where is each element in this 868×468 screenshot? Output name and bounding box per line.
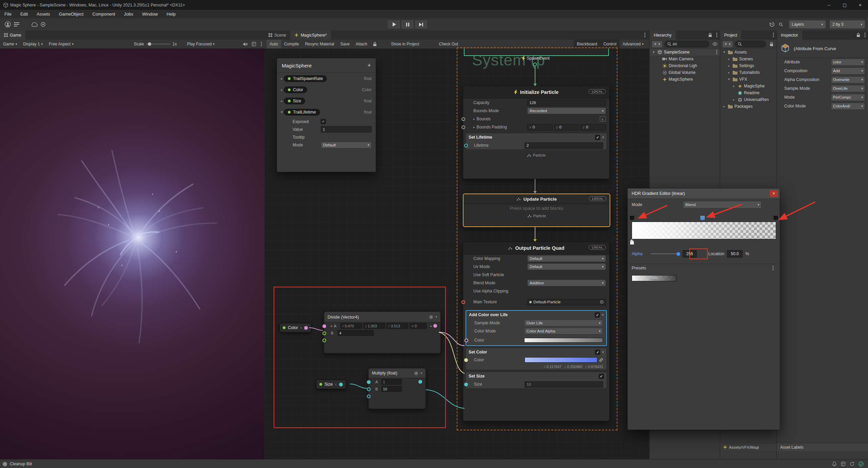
pad-y-input[interactable]: y0 [554,124,579,130]
gear-icon[interactable] [414,371,418,375]
composition-dropdown[interactable]: Add▾ [831,67,865,75]
a-z-input[interactable]: z3.513 [387,323,408,329]
tree-item-settings[interactable]: ▸Settings [720,62,777,69]
expand-arrow-icon[interactable]: ▸ [280,99,284,103]
color-mode-dropdown[interactable]: Color And Alpha▾ [524,328,603,334]
tree-item-directional-ligh[interactable]: Directional Ligh [650,62,720,69]
attribute-dropdown[interactable]: color▾ [831,59,865,66]
eyedropper-icon[interactable] [599,358,603,362]
object-picker-icon[interactable] [600,300,604,304]
param-size[interactable]: ▸ Size float [277,95,376,106]
tree-item-main-camera[interactable]: Main Camera [650,56,720,62]
expand-arrow-icon[interactable]: ▸ [732,98,736,101]
stats-icon[interactable] [250,40,258,48]
hierarchy-search-input[interactable]: All [665,41,709,47]
main-texture-port[interactable] [461,300,465,304]
block-enabled-checkbox[interactable]: ✓ [595,312,600,318]
create-button[interactable]: +▾ [722,41,733,48]
tree-item-tutorialinfo[interactable]: ▸TutorialInfo [720,69,777,76]
expand-arrow-icon[interactable]: ▼ [652,50,656,54]
tab-inspector[interactable]: Inspector [777,30,802,40]
tab-magicsphere-graph[interactable]: MagicSphere* [290,30,331,40]
menu-assets[interactable]: Assets [32,10,54,18]
expand-arrow-icon[interactable]: ▼ [722,50,726,54]
add-parameter-button[interactable]: + [367,62,371,69]
tree-item-samplescene[interactable]: ▼SampleScene [650,49,720,56]
expand-arrow-icon[interactable]: ▸ [473,117,475,121]
color-field[interactable] [525,357,597,363]
chevron-down-icon[interactable]: ▾ [602,350,604,354]
a-w-input[interactable]: w0 [410,323,427,329]
layers-dropdown[interactable]: Layers▾ [789,20,826,29]
notifications-icon[interactable] [830,460,839,468]
param-trailspawnrate[interactable]: ▸ TrailSpawnRate float [277,73,376,84]
a-input[interactable]: 1 [381,379,402,385]
tree-item-vfx[interactable]: ▼VFX [720,76,777,83]
node-header[interactable]: Divide (Vector4) ▾ [324,312,440,322]
color-stops-row[interactable] [630,239,777,245]
project-search-input[interactable] [735,41,766,47]
blend-mode-dropdown[interactable]: Additive▾ [527,280,606,286]
lock-icon[interactable] [370,40,379,48]
output-port[interactable] [433,324,437,328]
pad-x-input[interactable]: x0 [527,124,553,130]
undo-history-icon[interactable] [768,20,776,29]
expand-arrow-icon[interactable]: ▸ [732,84,736,88]
sample-mode-dropdown[interactable]: Over Life▾ [524,320,603,326]
expand-arrow-icon[interactable]: ▸ [727,64,731,67]
block-enabled-checkbox[interactable]: ✓ [595,350,600,355]
alpha-slider-knob[interactable] [676,252,680,256]
size-port[interactable] [464,383,468,386]
chevron-down-icon[interactable]: ▾ [435,315,437,319]
gradient-mode-dropdown[interactable]: Blend▾ [683,201,762,208]
asset-labels-bar[interactable]: Asset Labels [777,443,868,451]
menu-component[interactable]: Component [88,10,119,18]
initialize-particle-context[interactable]: Initialize Particle LOCAL Capacity 128 B… [463,86,610,179]
game-viewport[interactable] [0,48,264,459]
expand-arrow-icon[interactable]: ▼ [727,78,731,81]
uv-mode-dropdown[interactable]: Default▾ [527,263,606,270]
play-focused-dropdown[interactable]: Play Focused▾ [184,40,217,48]
gizmos-kebab-icon[interactable] [258,40,264,48]
create-button[interactable]: +▾ [652,41,663,48]
panel-kebab-icon[interactable] [862,30,868,39]
b-input[interactable]: 10 [381,386,402,392]
search-everywhere-icon[interactable] [776,20,785,29]
location-value-field[interactable]: 50.0 [727,250,743,258]
menu-jobs[interactable]: Jobs [120,10,138,18]
scene-visibility-icon[interactable] [711,40,718,48]
expand-arrow-icon[interactable]: ▸ [727,71,731,74]
status-message[interactable]: Cleanup Blit [10,462,32,466]
size-parameter-node[interactable]: Size ‹ [316,380,346,389]
tab-hierarchy[interactable]: Hierarchy [650,30,676,40]
update-particle-context[interactable]: Update Particle LOCAL Press space to add… [463,194,610,227]
alpha-stops-row[interactable] [630,215,777,221]
empty-block-placeholder[interactable]: Press space to add blocks [463,204,610,212]
expand-arrow-icon[interactable]: ▸ [280,88,284,91]
node-header[interactable]: Multiply (float) ▾ [369,368,426,378]
mute-audio-icon[interactable] [241,40,250,48]
chevron-down-icon[interactable]: ▾ [602,136,604,139]
gradient-field[interactable] [524,338,603,343]
color-port[interactable] [464,358,468,362]
tree-item-packages[interactable]: ▸Packages [720,103,777,110]
presets-kebab-icon[interactable] [770,264,776,272]
tab-project[interactable]: Project [720,30,741,40]
layout-dropdown[interactable]: 2 by 3▾ [829,20,865,29]
save-button[interactable]: Save [337,40,353,48]
chevron-down-icon[interactable]: ▾ [602,313,604,317]
exposed-checkbox[interactable]: ✓ [321,119,326,124]
expand-arrow-icon[interactable]: ▸ [331,324,333,328]
lifetime-port[interactable] [464,144,468,147]
menu-file[interactable]: File [0,10,16,18]
size-input[interactable]: 10 [525,381,603,388]
attach-button[interactable]: Attach [353,40,370,48]
multiply-node[interactable]: Multiply (float) ▾ A 1 B 10 [368,368,426,409]
panel-kebab-icon[interactable] [770,30,777,39]
divide-node[interactable]: Divide (Vector4) ▾ ▸ A x0.470 y1.003 z3.… [324,311,441,353]
set-size-block[interactable]: Set Size ✓ Size 10 [466,372,607,389]
tree-item-global-volume[interactable]: Global Volume [650,69,720,76]
bounds-padding-port[interactable] [461,125,465,129]
packages-icon[interactable] [839,460,848,468]
kebab-icon[interactable] [716,50,717,55]
